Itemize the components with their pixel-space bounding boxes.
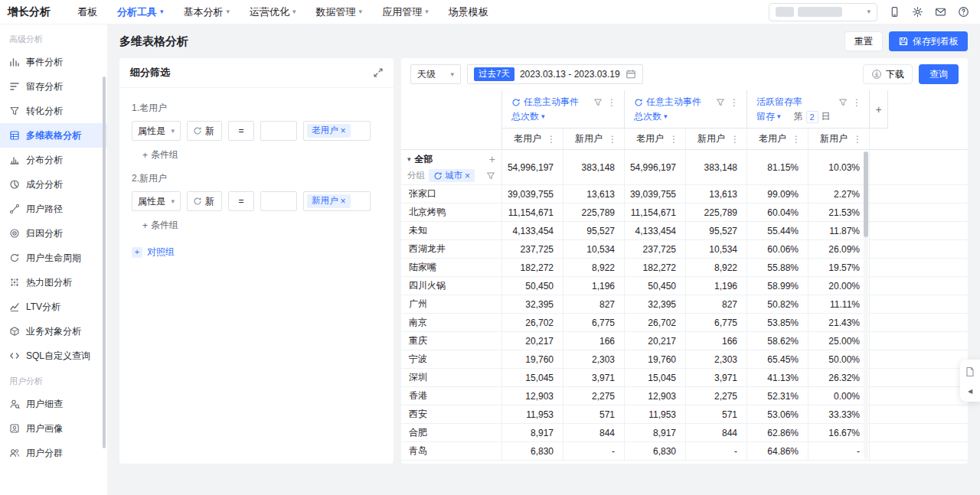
chevron-left-icon[interactable]: ◀ — [968, 388, 972, 395]
remove-tag-icon[interactable]: × — [341, 197, 346, 206]
operator-select[interactable]: = — [228, 191, 254, 211]
kebab-menu-icon[interactable]: ⋮ — [851, 98, 863, 107]
property-type-select[interactable]: 属性是▾ — [132, 191, 181, 211]
download-button[interactable]: 下载 — [863, 64, 913, 84]
sidebar-item-0-3[interactable]: 多维表格分析 — [0, 123, 107, 148]
mobile-icon[interactable] — [889, 6, 900, 18]
sub-header-0[interactable]: 老用户⋮ — [502, 129, 564, 149]
nav-item-5[interactable]: 应用管理▾ — [372, 0, 439, 24]
kebab-menu-icon[interactable]: ⋮ — [851, 135, 864, 144]
collapse-panel-icon[interactable] — [374, 68, 383, 77]
sidebar-item-0-8[interactable]: 用户生命周期 — [0, 246, 107, 270]
reset-button[interactable]: 重置 — [844, 31, 883, 51]
kebab-menu-icon[interactable]: ⋮ — [729, 135, 741, 144]
sidebar-item-0-11[interactable]: 业务对象分析 — [0, 319, 107, 344]
retention-day-selector[interactable]: 第2日 — [794, 110, 831, 123]
filter-value-input[interactable] — [260, 121, 297, 141]
nav-item-2[interactable]: 基本分析▾ — [174, 0, 240, 24]
app-selector[interactable]: ▾ — [769, 3, 877, 21]
plus-icon: + — [142, 150, 148, 161]
sidebar-item-1-2[interactable]: 用户分群 — [0, 441, 107, 465]
sub-header-5[interactable]: 新用户⋮ — [808, 129, 870, 149]
filter-value-tags[interactable]: 新用户× — [303, 191, 371, 211]
table-scrollbar-thumb[interactable] — [864, 151, 868, 237]
filter-icon[interactable] — [593, 98, 603, 107]
column-group-title[interactable]: 任意主动事件 — [646, 96, 701, 109]
sidebar-item-0-6[interactable]: 用户路径 — [0, 197, 107, 221]
cell-value: 237,725 — [625, 240, 686, 258]
operator-select[interactable]: = — [228, 121, 254, 141]
filter-icon[interactable] — [716, 98, 725, 107]
event-select[interactable]: 新 — [187, 191, 222, 211]
sub-header-3[interactable]: 新用户⋮ — [686, 129, 747, 149]
sidebar-item-0-10[interactable]: LTV分析 — [0, 295, 107, 319]
filter-icon[interactable] — [838, 98, 848, 107]
metric-selector[interactable]: 总次数 — [634, 110, 662, 123]
column-group-title[interactable]: 活跃留存率 — [756, 96, 802, 109]
event-select[interactable]: 新 — [187, 121, 222, 141]
nav-item-4[interactable]: 数据管理▾ — [306, 0, 373, 24]
cell-value: 50.82% — [747, 295, 808, 313]
side-drawer-handle[interactable]: ◀ — [960, 360, 980, 402]
table-row: 青岛6,830-6,830-64.86%- — [401, 442, 968, 461]
sidebar-item-0-9[interactable]: 热力图分析 — [0, 270, 107, 295]
sidebar-item-0-5[interactable]: 成分分析 — [0, 172, 107, 197]
mail-icon[interactable] — [935, 6, 946, 18]
add-condition-group-button[interactable]: +条件组 — [142, 219, 381, 232]
sub-header-1[interactable]: 新用户⋮ — [564, 129, 625, 149]
nav-item-3[interactable]: 运营优化▾ — [240, 0, 306, 24]
remove-tag-icon[interactable]: × — [341, 126, 346, 135]
sidebar-item-0-0[interactable]: 事件分析 — [0, 50, 107, 74]
add-column-button[interactable]: + — [870, 90, 888, 129]
kebab-menu-icon[interactable]: ⋮ — [668, 135, 680, 144]
sub-header-4[interactable]: 老用户⋮ — [747, 129, 808, 149]
sidebar-item-0-4[interactable]: 分布分析 — [0, 148, 107, 172]
help-icon[interactable] — [958, 6, 969, 18]
analysis-table-panel: 天级 ▾ 过去7天 2023.03.13 - 2023.03.19 下载 查询 — [401, 58, 968, 464]
kebab-menu-icon[interactable]: ⋮ — [728, 98, 740, 107]
filter-value-tags[interactable]: 老用户× — [303, 121, 371, 141]
save-to-dashboard-button[interactable]: 保存到看板 — [889, 31, 968, 51]
date-range-picker[interactable]: 过去7天 2023.03.13 - 2023.03.19 — [467, 64, 643, 84]
filter-value-input[interactable] — [260, 191, 297, 211]
query-button[interactable]: 查询 — [919, 64, 959, 84]
sidebar-item-0-1[interactable]: 留存分析 — [0, 74, 107, 99]
event-icon — [511, 98, 521, 107]
table-scrollbar[interactable] — [864, 151, 868, 459]
filter-icon[interactable] — [486, 171, 495, 181]
event-label: 新 — [205, 125, 214, 138]
day-value[interactable]: 2 — [806, 111, 818, 123]
expand-caret-icon[interactable]: ▾ — [407, 155, 411, 163]
sub-header-2[interactable]: 老用户⋮ — [625, 129, 686, 149]
remove-tag-icon[interactable]: × — [465, 171, 470, 181]
sidebar-item-0-12[interactable]: SQL自定义查询 — [0, 344, 107, 368]
metric-selector[interactable]: 留存 — [756, 110, 775, 123]
kebab-menu-icon[interactable]: ⋮ — [790, 135, 802, 144]
property-type-select[interactable]: 属性是▾ — [132, 121, 181, 141]
cell-value: 11,953 — [502, 405, 564, 423]
cell-value: 844 — [564, 424, 625, 441]
sidebar-item-1-1[interactable]: 用户画像 — [0, 416, 107, 441]
metric-selector[interactable]: 总次数 — [511, 110, 539, 123]
filter-panel-header: 细分筛选 — [119, 58, 394, 88]
group-by-tag[interactable]: 城市 × — [429, 169, 475, 183]
granularity-select[interactable]: 天级 ▾ — [410, 64, 461, 84]
cell-value: 225,789 — [686, 204, 747, 221]
nav-item-6[interactable]: 场景模板 — [439, 0, 498, 24]
sidebar-item-0-7[interactable]: 归因分析 — [0, 221, 107, 246]
add-condition-group-button[interactable]: +条件组 — [142, 148, 381, 161]
nav-item-0[interactable]: 看板 — [67, 0, 107, 24]
kebab-menu-icon[interactable]: ⋮ — [606, 98, 618, 107]
cell-value: 19,760 — [502, 350, 564, 368]
add-compare-group-button[interactable]: +对照组 — [132, 246, 381, 259]
sidebar-item-1-0[interactable]: 用户细查 — [0, 392, 107, 416]
kebab-menu-icon[interactable]: ⋮ — [545, 135, 557, 144]
kebab-menu-icon[interactable]: ⋮ — [606, 135, 619, 144]
table-row: 南京26,7026,77526,7026,77553.85%21.43% — [401, 314, 968, 332]
column-group-title[interactable]: 任意主动事件 — [524, 96, 579, 109]
gear-icon[interactable] — [912, 6, 923, 18]
sidebar-item-0-2[interactable]: 转化分析 — [0, 99, 107, 123]
sidebar-scrollbar[interactable] — [103, 77, 106, 448]
nav-item-1[interactable]: 分析工具▾ — [107, 0, 174, 24]
add-group-icon[interactable]: + — [489, 154, 495, 164]
